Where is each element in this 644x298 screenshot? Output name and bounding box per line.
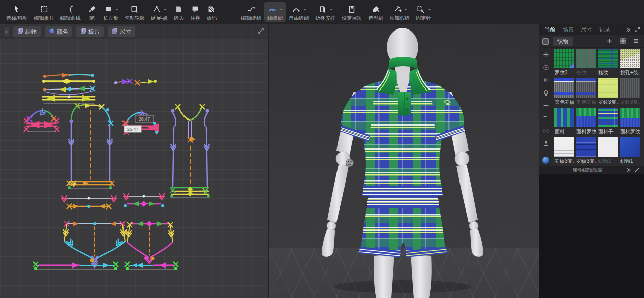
tool-line-sewing[interactable]: 线缝纫 [264,2,286,22]
grid-view-button[interactable] [618,38,628,45]
fabric-swatch[interactable] [598,108,618,127]
tab-2d-color[interactable]: 颜色 [45,26,72,37]
pattern-workspace[interactable]: 26.47 26.47 [0,39,268,297]
fabric-section-title[interactable]: 织物 [553,37,573,46]
chevron-down-icon [303,9,306,12]
tool-fixed-pin[interactable]: 固定针 [413,2,434,22]
app-window: 选择/移动编辑板片编辑曲线笔长方形勾勒轮廓延展-点缝边注释放码编辑缝纫线缝纫自由… [0,0,644,298]
tab-2d-size[interactable]: 尺寸 [108,26,135,37]
tool-label: 选择/移动 [6,15,28,21]
fabric-swatch[interactable] [598,137,618,157]
tool-pen[interactable]: 笔 [84,2,100,22]
tool-select-move[interactable]: 选择/移动 [3,2,31,22]
pattern-piece-sleeve-left[interactable] [24,109,59,132]
add-fabric-button[interactable] [605,38,615,45]
rectangle-icon [103,4,113,14]
expand-panel-icon[interactable] [258,27,264,36]
fabric-swatch-cell: 夹色罗纹... [576,78,596,107]
pattern-piece-hem-bands[interactable] [34,262,178,271]
panel-tool-needle-icon[interactable] [542,76,550,84]
panel-tool-rows-icon[interactable] [542,102,550,110]
fabric-swatch-label: 罗纹3 [555,69,574,75]
fabric-swatch[interactable] [576,108,596,127]
tool-edit-pattern[interactable]: 编辑板片 [31,2,57,22]
fabric-swatch[interactable] [620,108,640,127]
tool-annotation[interactable]: 注释 [187,2,203,22]
viewport-3d[interactable] [269,24,539,298]
chevrons-right-icon[interactable] [624,167,633,174]
tool-grading[interactable]: 放码 [203,2,220,22]
line-sewing-icon [267,4,278,14]
tool-extend-point[interactable]: 延展-点 [148,2,171,22]
list-view-button[interactable] [631,38,641,45]
tool-edit-curve[interactable]: 编辑曲线 [57,2,84,22]
fabric-swatch[interactable] [620,78,640,98]
chevrons-right-icon[interactable] [624,26,632,34]
avatar-scene[interactable] [269,24,537,298]
tool-rectangle[interactable]: 长方形 [100,2,121,22]
free-sewing-icon [291,4,301,14]
fabric-swatch[interactable] [620,137,640,157]
expand-panel-icon[interactable] [633,26,642,34]
right-panel-tabs: 当前场景尺寸记录 [539,24,644,35]
fabric-swatch-label: 面料罗纹... [620,128,640,134]
tool-seam-edge[interactable]: 缝边 [171,2,187,22]
fabric-swatch-label: 罗纹3复... [598,99,618,105]
collapse-panel-button[interactable]: ‹ [4,27,9,36]
fabric-swatch-label: 面料罗纹 [576,128,596,134]
pattern-piece-waistbands[interactable] [62,194,164,209]
panel-tool-plus-icon[interactable] [542,51,550,59]
fabric-swatch[interactable] [554,137,574,157]
pattern-piece-shorts-front[interactable] [63,221,126,267]
tool-add-basting[interactable]: 添加假缝 [386,2,413,22]
tab-right-scene[interactable]: 场景 [560,25,577,35]
fabric-swatch[interactable] [576,137,596,157]
panel-tool-rows2-icon[interactable] [542,114,550,123]
panel-tool-person-icon[interactable] [542,140,550,148]
panel-tool-target-icon[interactable] [542,64,550,72]
fabric-swatch-cell: 罗纹3复... [576,137,596,166]
panel-tool-bracket-icon[interactable] [542,127,550,135]
fabric-swatch[interactable] [554,108,574,127]
garment[interactable] [340,57,465,257]
arrangement-point-marker[interactable] [346,159,354,167]
tool-set-layer[interactable]: 设定层次 [339,2,365,22]
tool-trace-outline[interactable]: 勾勒轮廓 [121,2,148,22]
fabric-swatch[interactable] [554,49,574,68]
style-brush-icon [371,4,381,14]
grading-icon [206,4,217,14]
tool-edit-sewing[interactable]: 编辑缝纫 [238,2,264,22]
tab-right-size[interactable]: 尺寸 [578,25,595,35]
fabric-swatch[interactable] [598,78,618,98]
fabric-swatch[interactable] [598,49,618,68]
tab-2d-pattern[interactable]: 板片 [76,26,104,37]
pattern-piece-small-bands[interactable] [114,79,157,85]
pattern-piece-sleeve-right[interactable]: 26.47 26.47 [123,110,159,134]
3d-sphere-icon[interactable] [542,157,549,164]
tool-style-brush[interactable]: 造型刷 [365,2,386,22]
pattern-piece-bodice-back[interactable] [170,105,210,198]
fabric-swatch[interactable] [554,78,574,98]
layers-icon [17,28,23,35]
property-editor-bar[interactable]: 属性编辑视窗 [539,166,644,174]
fabric-swatch[interactable] [620,49,640,68]
set-layer-icon [347,4,357,14]
edit-pattern-icon [39,4,49,14]
pattern-piece-collar-bands[interactable] [42,73,95,103]
panel-tool-bulb-icon[interactable] [542,89,550,97]
fabric-swatch-cell: 罗纹3复... [554,137,574,166]
property-editor-label: 属性编辑视窗 [542,167,624,174]
tab-right-record[interactable]: 记录 [596,25,614,35]
pattern-piece-bodice-front[interactable] [67,103,114,189]
pattern-piece-shorts-back[interactable] [126,221,174,264]
tool-fold-arrange[interactable]: 折叠安排 [312,2,339,22]
fabric-swatch[interactable] [576,78,596,98]
expand-panel-icon[interactable] [633,167,641,174]
fabric-swatch[interactable] [576,49,596,68]
tab-2d-fabric[interactable]: 织物 [13,26,41,37]
tool-free-sewing[interactable]: 自由缝纫 [286,2,312,22]
toolbar: 选择/移动编辑板片编辑曲线笔长方形勾勒轮廓延展-点缝边注释放码编辑缝纫线缝纫自由… [0,0,644,24]
tab-right-current[interactable]: 当前 [541,25,559,35]
tool-label: 注释 [190,15,200,21]
tool-label: 缝边 [174,15,184,21]
